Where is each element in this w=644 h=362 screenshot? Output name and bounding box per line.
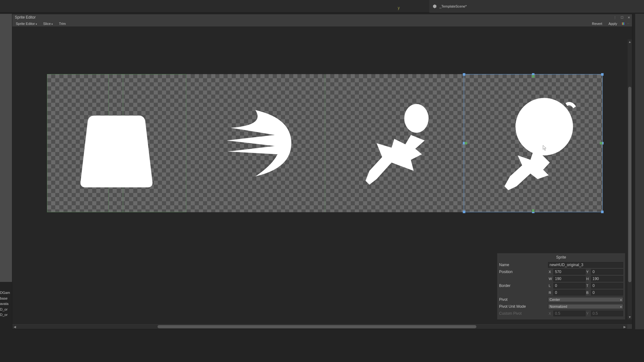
rgb-icon[interactable] bbox=[621, 21, 626, 26]
alpha-slider-icon[interactable] bbox=[626, 21, 631, 26]
unity-icon bbox=[432, 4, 437, 9]
border-l-input[interactable] bbox=[553, 283, 586, 289]
r-prefix: R bbox=[549, 291, 552, 295]
border-b-input[interactable] bbox=[591, 290, 623, 295]
y-axis-label: y bbox=[398, 6, 400, 10]
custom-y-prefix: Y bbox=[586, 312, 590, 315]
dropdown-arrow-icon bbox=[620, 298, 622, 301]
options-button[interactable]: ⋮ bbox=[612, 15, 618, 20]
pivot-value: Center bbox=[550, 298, 560, 301]
inspector-panel-partial bbox=[635, 14, 644, 329]
canvas-area[interactable]: Sprite Name Position X Y W H bbox=[12, 27, 632, 324]
dropdown-arrow-icon bbox=[620, 305, 622, 308]
custom-pivot-label: Custom Pivot bbox=[499, 311, 548, 316]
size-row: W H bbox=[499, 276, 623, 282]
svg-rect-0 bbox=[622, 22, 623, 25]
sprite-cell-2[interactable] bbox=[325, 74, 464, 212]
x-prefix: X bbox=[549, 270, 552, 274]
window-title: Sprite Editor bbox=[15, 15, 36, 20]
scroll-thumb-h[interactable] bbox=[158, 325, 476, 328]
pivot-dropdown[interactable]: Center bbox=[548, 297, 623, 302]
custom-x-input bbox=[553, 311, 586, 316]
inspector-title: Sprite bbox=[499, 255, 623, 260]
sprite-inspector: Sprite Name Position X Y W H bbox=[497, 253, 625, 319]
pos-x-input[interactable] bbox=[553, 269, 586, 275]
pos-y-input[interactable] bbox=[591, 269, 623, 275]
pivot-unit-row: Pivot Unit Mode Normalized bbox=[499, 304, 623, 309]
t-prefix: T bbox=[586, 284, 590, 288]
l-prefix: L bbox=[549, 284, 552, 288]
name-input[interactable] bbox=[548, 262, 623, 268]
close-button[interactable]: ✕ bbox=[626, 15, 632, 20]
toolbar-left: Sprite Editor Slice Trim bbox=[13, 21, 69, 26]
h-prefix: H bbox=[586, 277, 590, 281]
sprite-cell-1[interactable] bbox=[186, 74, 325, 212]
scroll-thumb-v[interactable] bbox=[628, 87, 631, 282]
pivot-row: Pivot Center bbox=[499, 297, 623, 302]
height-input[interactable] bbox=[591, 276, 623, 282]
b-prefix: B bbox=[586, 291, 590, 295]
revert-button[interactable]: Revert bbox=[589, 21, 605, 26]
y-prefix: Y bbox=[586, 270, 590, 274]
scene-name[interactable]: _TemplateScene* bbox=[439, 4, 467, 8]
sprite-editor-dropdown[interactable]: Sprite Editor bbox=[13, 21, 40, 26]
pivot-unit-value: Normalized bbox=[550, 305, 567, 308]
project-item[interactable]: D_or bbox=[0, 307, 11, 312]
position-label: Position bbox=[499, 270, 548, 274]
sprite-cell-0[interactable] bbox=[47, 74, 186, 212]
horizontal-scrollbar[interactable]: ◀ ▶ bbox=[12, 324, 627, 329]
name-label: Name bbox=[499, 263, 548, 267]
vertical-scrollbar[interactable]: ▲ ▼ bbox=[628, 39, 632, 319]
apply-button[interactable]: Apply bbox=[605, 21, 620, 26]
position-row: Position X Y bbox=[499, 269, 623, 275]
border-row-1: Border L T bbox=[499, 283, 623, 289]
project-item[interactable]: DGam bbox=[0, 290, 11, 296]
w-prefix: W bbox=[549, 277, 552, 281]
width-input[interactable] bbox=[553, 276, 586, 282]
custom-x-prefix: X bbox=[549, 312, 552, 315]
border-row-2: R B bbox=[499, 290, 623, 295]
svg-point-6 bbox=[516, 98, 573, 155]
toolbar-right: Revert Apply bbox=[589, 21, 631, 26]
svg-rect-2 bbox=[624, 22, 625, 25]
maximize-button[interactable]: ☐ bbox=[619, 15, 625, 20]
sprite-editor-window: Sprite Editor ⋮ ☐ ✕ Sprite Editor Slice … bbox=[12, 14, 632, 329]
scroll-left-arrow[interactable]: ◀ bbox=[12, 324, 17, 329]
pivot-unit-label: Pivot Unit Mode bbox=[499, 304, 548, 309]
slice-button[interactable]: Slice bbox=[40, 21, 56, 26]
sprite-sheet[interactable] bbox=[47, 74, 603, 212]
pivot-label: Pivot bbox=[499, 297, 548, 302]
svg-point-5 bbox=[404, 104, 429, 133]
svg-point-3 bbox=[628, 23, 628, 24]
project-item[interactable]: base bbox=[0, 296, 11, 301]
border-t-input[interactable] bbox=[591, 283, 623, 289]
custom-pivot-row: Custom Pivot X Y bbox=[499, 311, 623, 316]
scroll-down-arrow[interactable]: ▼ bbox=[627, 315, 632, 319]
border-r-input[interactable] bbox=[553, 290, 586, 295]
pivot-unit-dropdown[interactable]: Normalized bbox=[548, 304, 623, 309]
scroll-right-arrow[interactable]: ▶ bbox=[622, 324, 627, 329]
sprite-cell-3[interactable] bbox=[464, 74, 603, 212]
project-list-partial: DGam base avata D_or D_or bbox=[0, 290, 11, 318]
window-titlebar[interactable]: Sprite Editor ⋮ ☐ ✕ bbox=[12, 14, 632, 20]
project-item[interactable]: D_or bbox=[0, 312, 11, 318]
scroll-up-arrow[interactable]: ▲ bbox=[627, 39, 632, 44]
project-item[interactable]: avata bbox=[0, 301, 11, 307]
custom-y-input bbox=[591, 311, 623, 316]
border-label: Border bbox=[499, 283, 548, 288]
trim-button[interactable]: Trim bbox=[56, 21, 69, 26]
scene-view-partial bbox=[0, 14, 12, 282]
name-row: Name bbox=[499, 262, 623, 268]
toolbar: Sprite Editor Slice Trim Revert Apply bbox=[12, 20, 632, 27]
hierarchy-panel-partial: _TemplateScene* bbox=[429, 0, 644, 13]
window-controls: ⋮ ☐ ✕ bbox=[612, 15, 632, 20]
svg-rect-1 bbox=[623, 22, 624, 25]
